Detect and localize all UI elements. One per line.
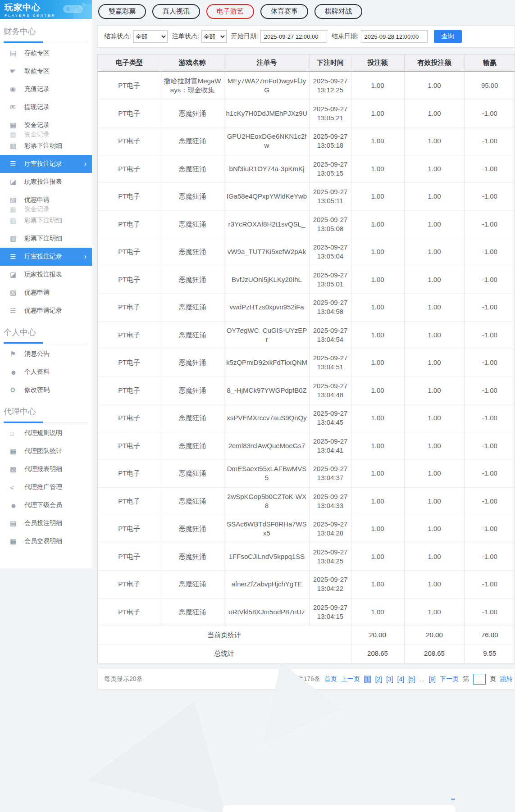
sidebar-item-hall-bet-records2[interactable]: ☰厅室投注记录› bbox=[0, 248, 92, 266]
page-ellipsis: ... bbox=[419, 676, 425, 683]
tab-live[interactable]: 真人视讯 bbox=[152, 4, 200, 19]
sidebar-item-profile[interactable]: ☻个人资料 bbox=[0, 363, 92, 381]
jump-button[interactable]: 跳转 bbox=[500, 675, 513, 683]
report-icon: ▩ bbox=[10, 465, 24, 473]
cell-valid-amount: 1.00 bbox=[404, 515, 465, 543]
funds-icon: ▦ bbox=[10, 131, 24, 138]
cell-valid-amount: 1.00 bbox=[404, 294, 465, 322]
start-date-label: 开始日期: bbox=[231, 32, 258, 41]
cell-type: PT电子 bbox=[98, 515, 161, 543]
cell-bet-amount: 1.00 bbox=[351, 432, 404, 460]
cell-winloss: 95.00 bbox=[465, 72, 515, 100]
sidebar-item-label: 存款专区 bbox=[24, 49, 50, 57]
sidebar-item-player-bet-report2[interactable]: ◪玩家投注报表 bbox=[0, 266, 92, 284]
cell-type: PT电子 bbox=[98, 460, 161, 488]
tab-boardgame[interactable]: 棋牌对战 bbox=[314, 4, 362, 19]
sidebar-item-recharge-records[interactable]: ◉充值记录 bbox=[0, 80, 92, 98]
list-icon: ☰ bbox=[10, 160, 24, 168]
cell-bet-id: 2eml83rclAwQueMoeGs7 bbox=[224, 432, 310, 460]
cell-game: 恶魔狂涌 bbox=[161, 598, 224, 626]
sidebar-item-withdraw-zone[interactable]: ☛取款专区 bbox=[0, 62, 92, 80]
sidebar-item-lottery-bet-detail2[interactable]: ▥彩票下注明细 bbox=[0, 230, 92, 248]
settle-status-select[interactable]: 全部 bbox=[133, 30, 168, 43]
floating-widget-icon[interactable]: »» bbox=[451, 796, 454, 802]
table-row: PT电子恶魔狂涌1FFsoCJiLndV5kppq1SS2025-09-27 1… bbox=[98, 543, 515, 571]
sidebar-item-label: 优惠申请 bbox=[24, 196, 50, 204]
sidebar-item-label: 消息公告 bbox=[24, 350, 50, 358]
lottery-detail-icon: ▥ bbox=[10, 142, 24, 150]
cell-valid-amount: 1.00 bbox=[404, 432, 465, 460]
cell-time: 2025-09-27 13:04:54 bbox=[310, 321, 351, 349]
sidebar-item-label: 玩家投注报表 bbox=[24, 271, 62, 279]
table-row: PT电子恶魔狂涌2eml83rclAwQueMoeGs72025-09-27 1… bbox=[98, 432, 515, 460]
query-button[interactable]: 查询 bbox=[434, 30, 462, 43]
table-row: PT电子恶魔狂涌k5zQPmiD92xkFdTkxQNM2025-09-27 1… bbox=[98, 349, 515, 377]
bet-records-table: 电子类型游戏名称注单号下注时间投注额有效投注额输赢 PT电子撒哈拉财富MegaW… bbox=[98, 54, 515, 663]
cell-time: 2025-09-27 13:05:18 bbox=[310, 127, 351, 155]
cell-bet-id: 8_-HjMCk97YWGPdpfB0Z bbox=[224, 377, 310, 404]
hand-icon: ☛ bbox=[10, 67, 24, 75]
order-status-select[interactable]: 全部 bbox=[201, 30, 227, 43]
sidebar-item-agent-sub-members[interactable]: ☻代理下级会员 bbox=[0, 496, 92, 514]
cell-valid-amount: 1.00 bbox=[404, 404, 465, 432]
cell-valid-amount: 1.00 bbox=[404, 349, 465, 377]
cell-bet-id: IGa58e4QPxpYWldKeYwb bbox=[224, 183, 310, 211]
page-link-1[interactable]: [1] bbox=[364, 676, 371, 683]
sidebar-item-withdrawal-records[interactable]: ✉提现记录 bbox=[0, 98, 92, 116]
end-date-input[interactable] bbox=[361, 30, 428, 43]
sidebar-item-member-bet-detail[interactable]: ▤会员投注明细 bbox=[0, 514, 92, 532]
sidebar-item-label: 资金记录 bbox=[24, 121, 50, 129]
sidebar-item-player-bet-report[interactable]: ◪玩家投注报表 bbox=[0, 173, 92, 191]
sidebar-item-messages[interactable]: ⚑消息公告 bbox=[0, 345, 92, 363]
tab-lottery[interactable]: 雙赢彩票 bbox=[98, 4, 146, 19]
sidebar-item-promo-apply2[interactable]: ▧优惠申请 bbox=[0, 284, 92, 302]
tab-egames[interactable]: 电子游艺 bbox=[206, 4, 254, 19]
sidebar-item-promo-apply-records[interactable]: ☱优惠申请记录 bbox=[0, 302, 92, 320]
summary-winloss: 9.55 bbox=[465, 644, 515, 663]
cell-bet-id: xsPVEMXrccv7auS9QnQy bbox=[224, 404, 310, 432]
page-link-9[interactable]: [9] bbox=[428, 676, 436, 683]
jump-suffix-label: 页 bbox=[490, 675, 496, 683]
sidebar-item-label: 优惠申请记录 bbox=[24, 307, 62, 315]
sidebar-item-deposit-zone[interactable]: ▤存款专区 bbox=[0, 44, 92, 62]
bottom-floating-bar[interactable] bbox=[223, 805, 456, 812]
page-summary-row: 当前页统计20.0020.0076.00 bbox=[98, 626, 515, 644]
cell-game: 恶魔狂涌 bbox=[161, 432, 224, 460]
cell-type: PT电子 bbox=[98, 571, 161, 599]
sidebar-item-label: 代理报表明细 bbox=[24, 465, 62, 473]
page-link-5[interactable]: [5] bbox=[408, 676, 415, 683]
page-link-2[interactable]: [2] bbox=[375, 676, 382, 683]
bell-icon: ⚑ bbox=[10, 350, 24, 358]
jump-page-input[interactable] bbox=[473, 674, 486, 685]
cell-game: 恶魔狂涌 bbox=[161, 100, 224, 127]
wallet-icon: ✉ bbox=[10, 103, 24, 111]
cell-winloss: -1.00 bbox=[465, 100, 515, 127]
table-row: PT电子撒哈拉财富MegaWays：现金收集MEy7WA27mFoDwgvFfJ… bbox=[98, 72, 515, 100]
summary-valid-amount: 208.65 bbox=[404, 644, 465, 663]
cell-time: 2025-09-27 13:04:33 bbox=[310, 487, 351, 515]
start-date-input[interactable] bbox=[260, 30, 327, 43]
summary-winloss: 76.00 bbox=[465, 626, 515, 644]
cell-bet-amount: 1.00 bbox=[351, 321, 404, 349]
sidebar-item-agent-rules[interactable]: □代理规则说明 bbox=[0, 424, 92, 442]
prev-page-link[interactable]: 上一页 bbox=[341, 675, 360, 683]
next-page-link[interactable]: 下一页 bbox=[440, 675, 459, 683]
sidebar-item-hall-bet-records[interactable]: ☰厅室投注记录› bbox=[0, 155, 92, 173]
cell-game: 恶魔狂涌 bbox=[161, 515, 224, 543]
members-icon: ☻ bbox=[10, 502, 24, 509]
sidebar-item-agent-promotion[interactable]: <代理推广管理 bbox=[0, 478, 92, 496]
tab-sports[interactable]: 体育赛事 bbox=[260, 4, 308, 19]
page-link-3[interactable]: [3] bbox=[386, 676, 393, 683]
sidebar-item-agent-report-detail[interactable]: ▩代理报表明细 bbox=[0, 460, 92, 478]
sidebar-item-lottery-bet-detail[interactable]: ▥彩票下注明细 bbox=[0, 137, 92, 155]
cell-valid-amount: 1.00 bbox=[404, 460, 465, 488]
cell-type: PT电子 bbox=[98, 183, 161, 211]
sidebar-item-change-password[interactable]: ⚙修改密码 bbox=[0, 381, 92, 399]
sidebar-item-lottery-bet-detail-faded[interactable]: ▥彩票下注明细 bbox=[0, 212, 92, 230]
sidebar-item-member-trade-detail[interactable]: ▦会员交易明细 bbox=[0, 532, 92, 550]
page-link-4[interactable]: [4] bbox=[397, 676, 405, 683]
sidebar-item-agent-team-stats[interactable]: ▦代理团队统计 bbox=[0, 442, 92, 460]
sidebar-item-fund-records-ghost[interactable]: ▦资金记录 bbox=[0, 131, 92, 138]
settle-status-label: 结算状态: bbox=[104, 32, 131, 41]
cell-game: 撒哈拉财富MegaWays：现金收集 bbox=[161, 72, 224, 100]
